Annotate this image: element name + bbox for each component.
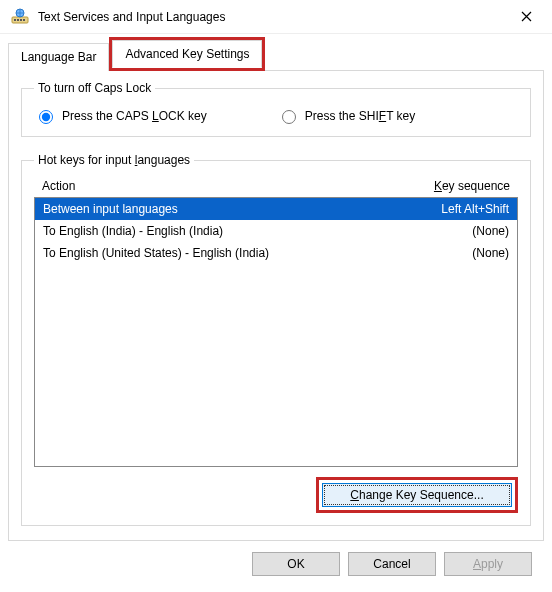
list-item[interactable]: Between input languages Left Alt+Shift [35, 198, 517, 220]
radio-press-capslock-input[interactable] [39, 110, 53, 124]
hotkeys-legend: Hot keys for input languages [34, 153, 194, 167]
capslock-group: To turn off Caps Lock Press the CAPS LOC… [21, 81, 531, 137]
tab-panel-advanced: To turn off Caps Lock Press the CAPS LOC… [8, 70, 544, 541]
hotkeys-header: Action Key sequence [34, 177, 518, 197]
radio-label: Press the SHIFT key [305, 109, 416, 123]
change-key-sequence-button[interactable]: Change Key Sequence... [322, 483, 512, 507]
tab-label: Advanced Key Settings [125, 47, 249, 61]
list-item[interactable]: To English (United States) - English (In… [35, 242, 517, 264]
cancel-button[interactable]: Cancel [348, 552, 436, 576]
svg-rect-4 [23, 19, 25, 21]
hotkeys-list[interactable]: Between input languages Left Alt+Shift T… [34, 197, 518, 467]
radio-press-shift[interactable]: Press the SHIFT key [277, 107, 416, 124]
dialog-window: Text Services and Input Languages Langua… [0, 0, 552, 592]
list-keyseq: (None) [472, 223, 509, 239]
radio-press-shift-input[interactable] [282, 110, 296, 124]
list-action: Between input languages [43, 201, 178, 217]
radio-label: Press the CAPS LOCK key [62, 109, 207, 123]
input-languages-icon [10, 7, 30, 27]
radio-press-capslock[interactable]: Press the CAPS LOCK key [34, 107, 207, 124]
header-key-sequence: Key sequence [434, 179, 510, 193]
tab-highlight: Advanced Key Settings [109, 37, 265, 71]
window-title: Text Services and Input Languages [38, 10, 504, 24]
list-action: To English (India) - English (India) [43, 223, 223, 239]
change-key-row: Change Key Sequence... [34, 477, 518, 513]
svg-rect-2 [17, 19, 19, 21]
svg-rect-3 [20, 19, 22, 21]
header-action: Action [42, 179, 75, 193]
tab-strip: Language Bar Advanced Key Settings [8, 40, 544, 70]
tab-language-bar[interactable]: Language Bar [8, 43, 109, 71]
list-action: To English (United States) - English (In… [43, 245, 269, 261]
hotkeys-group: Hot keys for input languages Action Key … [21, 153, 531, 526]
client-area: Language Bar Advanced Key Settings To tu… [0, 34, 552, 592]
dialog-buttons: OK Cancel Apply [8, 541, 544, 584]
list-keyseq: Left Alt+Shift [441, 201, 509, 217]
button-highlight: Change Key Sequence... [316, 477, 518, 513]
tab-advanced-key-settings[interactable]: Advanced Key Settings [112, 40, 262, 68]
capslock-legend: To turn off Caps Lock [34, 81, 155, 95]
capslock-radio-row: Press the CAPS LOCK key Press the SHIFT … [34, 105, 518, 124]
tab-label: Language Bar [21, 50, 96, 64]
apply-button[interactable]: Apply [444, 552, 532, 576]
ok-button[interactable]: OK [252, 552, 340, 576]
list-keyseq: (None) [472, 245, 509, 261]
svg-rect-1 [14, 19, 16, 21]
list-item[interactable]: To English (India) - English (India) (No… [35, 220, 517, 242]
titlebar: Text Services and Input Languages [0, 0, 552, 34]
close-button[interactable] [504, 2, 548, 32]
close-icon [521, 11, 532, 22]
